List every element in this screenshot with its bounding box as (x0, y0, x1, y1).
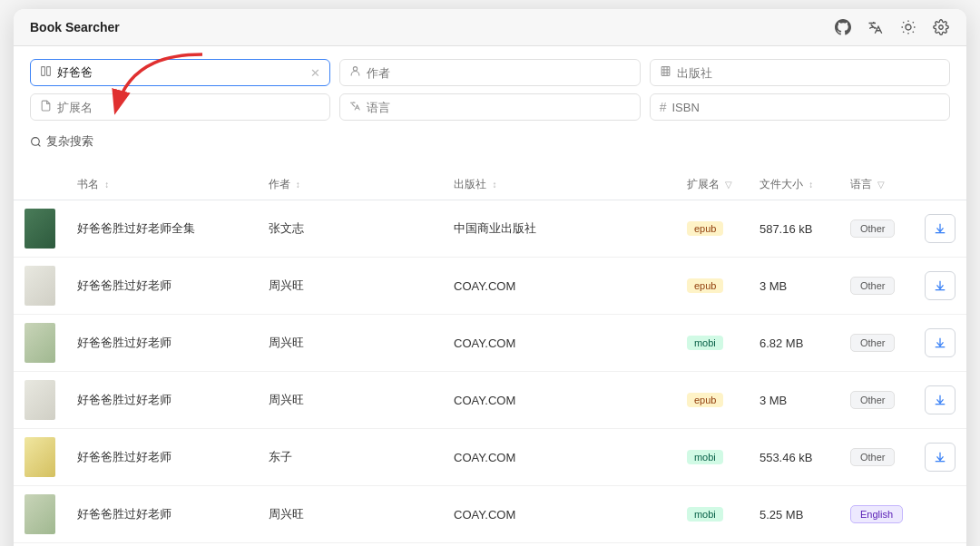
cell-title: 好爸爸胜过好老师 (66, 486, 258, 543)
download-button[interactable] (925, 443, 956, 472)
title-input[interactable] (57, 66, 305, 80)
isbn-search-field[interactable]: # (650, 93, 950, 121)
table-row: 好爸爸胜过好老师周兴旺COAY.COMmobi5.25 MBEnglish (14, 486, 966, 543)
cell-author: 东子 (258, 429, 444, 486)
cell-download (914, 429, 966, 486)
book-icon (40, 65, 52, 80)
th-author[interactable]: 作者 ↕ (258, 170, 444, 200)
cell-extension: epub (676, 372, 749, 429)
cell-publisher: COAY.COM (443, 315, 676, 372)
cell-language: English (839, 486, 914, 543)
th-size[interactable]: 文件大小 ↕ (749, 170, 839, 200)
svg-rect-4 (47, 67, 51, 76)
table-row: 好爸爸胜过好老师周兴旺COAY.COMepub3 MBOther (14, 258, 966, 315)
language-search-field[interactable] (339, 93, 640, 121)
cell-cover (14, 429, 66, 486)
cell-publisher: COAY.COM (443, 372, 676, 429)
svg-point-7 (32, 137, 40, 145)
svg-point-0 (906, 24, 911, 30)
extension-tag: epub (687, 393, 723, 407)
language-input[interactable] (367, 101, 630, 114)
book-cover-image (24, 380, 55, 420)
cell-author: 周兴旺 (258, 372, 444, 429)
cell-language: Other (839, 200, 914, 258)
cell-author: 周兴旺 (258, 486, 444, 543)
isbn-input[interactable] (671, 101, 940, 114)
theme-icon[interactable] (899, 18, 917, 36)
filter-lang-icon: ▽ (877, 180, 885, 190)
search-row-1: ✕ (30, 59, 950, 86)
extension-tag: epub (687, 278, 723, 293)
download-button[interactable] (925, 328, 956, 357)
extension-tag: mobi (687, 450, 723, 464)
author-input[interactable] (367, 66, 630, 80)
author-search-field[interactable] (339, 59, 640, 86)
hash-icon: # (660, 100, 667, 114)
th-cover (14, 170, 66, 200)
cell-extension: epub (676, 543, 749, 547)
building-icon (660, 65, 671, 80)
language-icon (349, 100, 361, 114)
cell-download (914, 315, 966, 372)
table-row: 好爸爸胜过好老师周兴旺COAY.COMmobi6.82 MBOther (14, 315, 966, 372)
th-language[interactable]: 语言 ▽ (839, 170, 914, 200)
sort-pub-icon: ↕ (492, 180, 496, 190)
extension-tag: mobi (687, 507, 723, 522)
clear-icon[interactable]: ✕ (310, 66, 320, 80)
cell-size: 575.75 kB (749, 543, 839, 547)
cell-cover (14, 486, 66, 543)
file-icon (40, 100, 52, 114)
svg-point-1 (939, 25, 944, 30)
extension-input[interactable] (57, 101, 320, 114)
titlebar-icons (834, 18, 950, 36)
language-badge: Other (850, 334, 896, 352)
download-button[interactable] (925, 385, 956, 414)
app-window: Book Searcher (14, 9, 966, 546)
cell-size: 6.82 MB (749, 315, 839, 372)
title-search-field[interactable]: ✕ (30, 59, 330, 86)
cell-cover (14, 258, 66, 315)
publisher-search-field[interactable] (650, 59, 950, 86)
cell-cover (14, 543, 66, 547)
language-badge: Other (850, 448, 896, 466)
language-badge: Other (850, 219, 896, 238)
titlebar: Book Searcher (14, 9, 966, 46)
th-extension[interactable]: 扩展名 ▽ (676, 170, 749, 200)
download-button[interactable] (925, 214, 956, 243)
cell-download (914, 258, 966, 315)
th-action (914, 170, 966, 200)
table-body: 好爸爸胜过好老师全集张文志中国商业出版社epub587.16 kBOther好爸… (14, 200, 966, 547)
search-wrapper: ✕ (30, 59, 950, 155)
extension-search-field[interactable] (30, 93, 330, 121)
cell-author: 张文志 (258, 200, 444, 258)
cell-title: 好爸爸胜过好老师 (66, 372, 258, 429)
cell-author: 周兴旺 (258, 258, 444, 315)
language-badge: Other (850, 391, 896, 409)
language-badge: Other (850, 277, 896, 295)
translate-icon[interactable] (867, 18, 885, 36)
book-cover-image (24, 323, 55, 363)
cell-cover (14, 372, 66, 429)
cell-download (914, 200, 966, 258)
cell-extension: mobi (676, 486, 749, 543)
settings-icon[interactable] (932, 18, 950, 36)
book-cover-image (24, 266, 55, 306)
cell-size: 553.46 kB (749, 429, 839, 486)
download-button[interactable] (925, 271, 956, 300)
cell-extension: mobi (676, 429, 749, 486)
publisher-input[interactable] (677, 66, 940, 80)
cell-cover (14, 315, 66, 372)
table-header: 书名 ↕ 作者 ↕ 出版社 ↕ 扩展名 ▽ (14, 170, 966, 200)
cell-size: 587.16 kB (749, 200, 839, 258)
cell-cover (14, 200, 66, 258)
cell-extension: epub (676, 258, 749, 315)
th-title[interactable]: 书名 ↕ (66, 170, 258, 200)
advanced-search-link[interactable]: 复杂搜索 (30, 128, 93, 155)
github-icon[interactable] (834, 18, 852, 36)
cell-title: 好爸爸胜过好老师全集 (66, 200, 258, 258)
sort-author-icon: ↕ (296, 180, 300, 190)
extension-tag: mobi (687, 336, 723, 350)
th-publisher[interactable]: 出版社 ↕ (443, 170, 676, 200)
svg-rect-3 (42, 67, 45, 76)
app-title: Book Searcher (30, 20, 120, 34)
